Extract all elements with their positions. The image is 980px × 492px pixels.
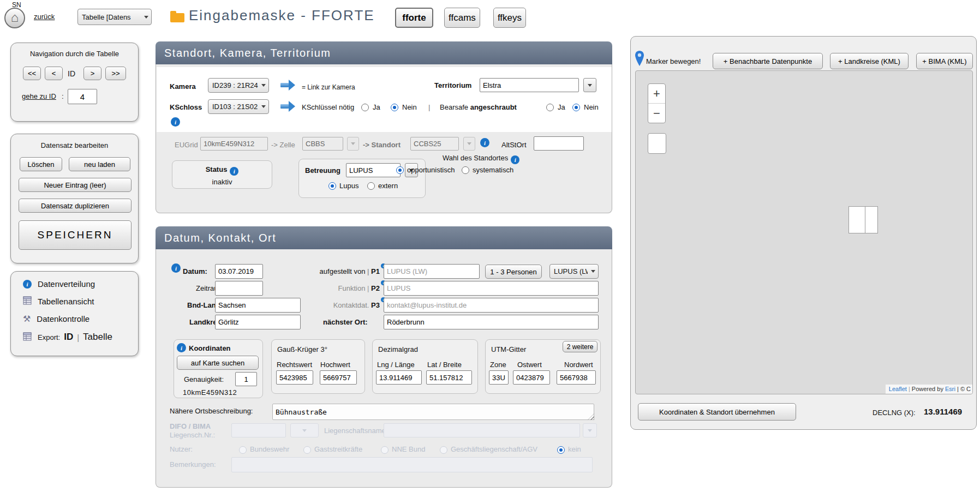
nav-next-button[interactable]: > [83, 67, 101, 80]
nav-prev-button[interactable]: < [45, 67, 63, 80]
p3-input[interactable] [384, 298, 599, 313]
utm-nordwert-input[interactable] [557, 370, 596, 385]
export-table-link[interactable]: Tabelle [83, 332, 112, 343]
duplicate-button[interactable]: Datensatz duplizieren [19, 199, 132, 213]
tab-ffkeys[interactable]: ffkeys [493, 8, 526, 28]
goto-id-link[interactable]: gehe zu ID [22, 92, 56, 100]
naechster-ort-input[interactable] [384, 315, 599, 329]
declng-value: 13.911469 [924, 407, 962, 416]
funktion-text: Funktion [338, 284, 366, 292]
map-control-button[interactable] [648, 133, 666, 154]
datum-input[interactable] [215, 264, 263, 279]
territorium-input[interactable] [480, 78, 579, 92]
leaflet-link[interactable]: Leaflet [889, 386, 907, 392]
datenpunkte-button[interactable]: + Benachbarte Datenpunkte [713, 53, 823, 69]
tab-fforte[interactable]: fforte [395, 8, 433, 28]
map-search-button[interactable]: auf Karte suchen [177, 356, 259, 370]
wahl-systematisch-radio[interactable] [462, 166, 469, 174]
betreuung-extern-radio[interactable] [367, 182, 375, 190]
home-icon[interactable] [4, 8, 25, 28]
personen-button[interactable]: 1 - 3 Personen [485, 265, 542, 279]
info-icon[interactable] [177, 343, 186, 352]
reload-button[interactable]: neu laden [69, 157, 130, 171]
datenkontrolle-link[interactable]: ⚒ Datenkontrolle [23, 314, 89, 324]
gauss-krueger-box: Gauß-Krüger 3° Rechtswert Hochwert [271, 339, 365, 394]
bearsafe-nein-label: Nein [584, 103, 599, 111]
kschloss-select[interactable]: ID103 : 21S02 [208, 99, 269, 114]
kschluessel-nein-radio[interactable] [391, 104, 398, 111]
landkreis-input[interactable] [215, 315, 301, 329]
tabellenansicht-link[interactable]: Tabellenansicht [23, 296, 94, 307]
chevron-down-icon [261, 105, 266, 108]
info-icon[interactable] [480, 138, 489, 147]
record-edit-box: Datensatz bearbeiten Löschen neu laden N… [10, 134, 139, 263]
form1-title: Standort, Kamera, Territorium [164, 47, 331, 59]
breite-input[interactable] [426, 370, 472, 385]
koordinaten-label: Koordinaten [189, 344, 231, 352]
status-label: Status [172, 165, 272, 176]
more-coords-button[interactable]: 2 weitere [563, 341, 597, 352]
info-icon[interactable] [171, 117, 180, 127]
apply-coordinates-button[interactable]: Koordinaten & Standort übernehmen [638, 403, 796, 421]
bearsafe-word: Bearsafe [440, 103, 468, 111]
territorium-dropdown-button[interactable] [583, 78, 596, 92]
kamera-select[interactable]: ID239 : 21R24 [208, 78, 269, 93]
bearsafe-nein-radio[interactable] [572, 104, 580, 111]
bemerkungen-input [231, 457, 593, 472]
info-icon[interactable] [171, 263, 181, 273]
kschluessel-label: KSchlüssel nötig [302, 103, 354, 111]
nav-last-button[interactable]: >> [105, 67, 126, 80]
betreuung-lupus-radio[interactable] [328, 182, 336, 190]
nav-box-title: Navigation durch die Tabelle [11, 50, 138, 58]
bima-kml-button[interactable]: + BIMA (KML) [916, 53, 973, 69]
export-separator: | [77, 333, 79, 342]
datenverteilung-link[interactable]: Datenverteilung [23, 279, 95, 289]
hochwert-input[interactable] [320, 370, 357, 385]
kschluessel-ja-radio[interactable] [361, 104, 369, 111]
bndland-input[interactable] [215, 298, 301, 313]
dez-col1-label: Lng / Länge [377, 361, 415, 369]
p2-label: P2 [371, 284, 380, 292]
info-icon[interactable] [511, 155, 519, 164]
camera-link-arrow-icon[interactable] [280, 80, 297, 91]
goto-id-input[interactable] [68, 89, 97, 104]
landkreise-kml-button[interactable]: + Landkreise (KML) [830, 53, 909, 69]
genauigkeit-input[interactable] [235, 372, 257, 386]
new-entry-button[interactable]: Neuer Eintrag (leer) [19, 178, 132, 192]
laenge-input[interactable] [376, 370, 422, 385]
map-canvas[interactable]: + − Leaflet | Powered by Esri | © C [635, 70, 973, 394]
table-select[interactable]: Tabelle [Datens [77, 9, 152, 25]
nav-first-button[interactable]: << [23, 67, 41, 80]
nutzer-nne-bund-label: NNE Bund [392, 445, 425, 453]
export-id-link[interactable]: ID [64, 332, 73, 343]
esri-link[interactable]: Esri [945, 386, 955, 392]
tools-links-box: Datenverteilung Tabellenansicht ⚒ Datenk… [10, 271, 139, 356]
rechtswert-input[interactable] [276, 370, 313, 385]
p1-select[interactable]: LUPUS (LW [549, 264, 599, 279]
zeitraum-input[interactable] [215, 281, 263, 296]
export-link[interactable]: Export: ID | Tabelle [23, 332, 112, 343]
save-button[interactable]: SPEICHERN [19, 220, 132, 250]
kschloss-select-value: ID103 : 21S02 [212, 103, 258, 111]
tab-ffcams[interactable]: ffcams [444, 8, 480, 28]
kschloss-link-arrow-icon[interactable] [280, 101, 297, 112]
liegenschaftsname-dropdown-button [583, 423, 597, 437]
wahl-opportunistisch-radio[interactable] [396, 166, 404, 174]
back-link[interactable]: zurück [34, 13, 55, 21]
altstort-input[interactable] [534, 136, 584, 151]
zelle-label: -> Zelle [271, 141, 295, 149]
betreuung-extern-label: extern [378, 182, 398, 190]
info-icon[interactable] [230, 167, 238, 176]
bearsafe-ja-radio[interactable] [546, 104, 554, 111]
zoom-in-button[interactable]: + [648, 84, 665, 104]
betreuung-input[interactable] [346, 163, 401, 177]
bearsafe-ja-label: Ja [558, 103, 565, 111]
liegensch-nr-input [231, 423, 286, 437]
ortsbeschreibung-textarea[interactable] [272, 404, 594, 420]
p1-input[interactable] [384, 264, 480, 279]
utm-ostwert-input[interactable] [513, 370, 550, 385]
utm-zone-input[interactable] [489, 370, 509, 385]
delete-button[interactable]: Löschen [20, 157, 62, 171]
zoom-out-button[interactable]: − [648, 104, 665, 123]
p2-input[interactable] [384, 281, 599, 296]
